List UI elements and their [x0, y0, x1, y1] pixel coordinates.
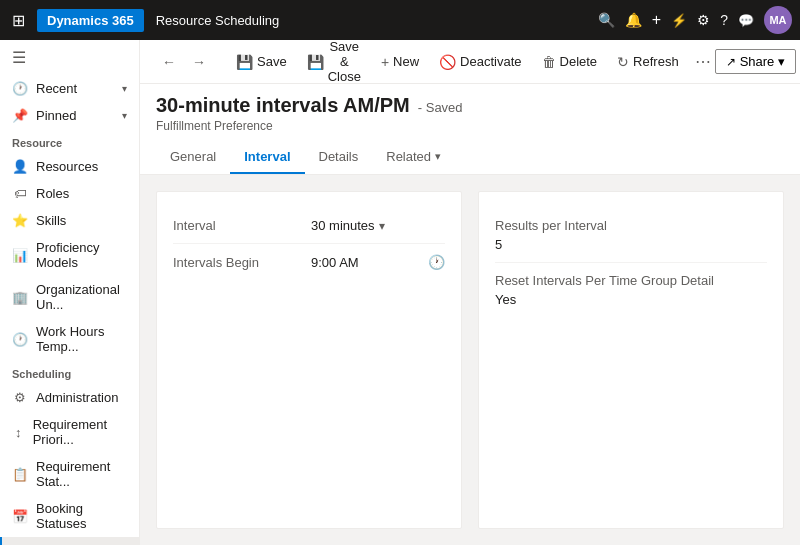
save-icon: 💾: [236, 54, 253, 70]
delete-button[interactable]: 🗑 Delete: [534, 50, 606, 74]
results-per-interval-value: 5: [495, 237, 767, 252]
req-priority-icon: ↕: [12, 425, 25, 440]
workhours-icon: 🕐: [12, 332, 28, 347]
tab-general[interactable]: General: [156, 141, 230, 174]
lightning-icon[interactable]: ⚡: [671, 13, 687, 28]
sidebar-item-fulfillment[interactable]: ✦ Fulfillment Prefere...: [0, 537, 139, 545]
app-name[interactable]: Dynamics 365: [37, 9, 144, 32]
intervals-begin-row: Intervals Begin 9:00 AM 🕐: [173, 244, 445, 280]
clock-icon: 🕐: [428, 254, 445, 270]
page-title: 30-minute intervals AM/PM: [156, 94, 410, 117]
more-icon[interactable]: ⋯: [695, 52, 711, 71]
pin-icon: 📌: [12, 108, 28, 123]
sidebar-item-recent[interactable]: 🕐 Recent ▾: [0, 75, 139, 102]
booking-icon: 📅: [12, 509, 28, 524]
share-button[interactable]: ↗ Share ▾: [715, 49, 797, 74]
sidebar-item-admin[interactable]: ⚙ Administration: [0, 384, 139, 411]
save-button[interactable]: 💾 Save: [228, 50, 295, 74]
results-per-interval-row: Results per Interval 5: [495, 208, 767, 263]
module-name: Resource Scheduling: [156, 13, 280, 28]
tab-bar: General Interval Details Related ▾: [156, 141, 784, 174]
sidebar-item-req-status[interactable]: 📋 Requirement Stat...: [0, 453, 139, 495]
avatar[interactable]: MA: [764, 6, 792, 34]
scheduling-group-label: Scheduling: [0, 360, 139, 384]
save-close-icon: 💾: [307, 54, 324, 70]
refresh-button[interactable]: ↻ Refresh: [609, 50, 687, 74]
share-dropdown-icon: ▾: [778, 54, 785, 69]
plus-icon[interactable]: +: [652, 11, 661, 29]
refresh-icon: ↻: [617, 54, 629, 70]
sidebar-item-booking[interactable]: 📅 Booking Statuses: [0, 495, 139, 537]
tab-related[interactable]: Related ▾: [372, 141, 455, 174]
sidebar-item-pinned[interactable]: 📌 Pinned ▾: [0, 102, 139, 129]
grid-icon[interactable]: ⊞: [8, 7, 29, 34]
sidebar-item-roles[interactable]: 🏷 Roles: [0, 180, 139, 207]
tab-interval[interactable]: Interval: [230, 141, 304, 174]
forward-button[interactable]: →: [186, 50, 212, 74]
sidebar-item-skills[interactable]: ⭐ Skills: [0, 207, 139, 234]
reset-intervals-value: Yes: [495, 292, 767, 307]
help-icon[interactable]: ?: [720, 12, 728, 28]
command-bar: ← → 💾 Save 💾 Save & Close + New 🚫 Deacti…: [140, 40, 800, 84]
reset-intervals-label: Reset Intervals Per Time Group Detail: [495, 273, 767, 288]
hamburger-icon[interactable]: ☰: [0, 40, 139, 75]
sidebar-item-resources[interactable]: 👤 Resources: [0, 153, 139, 180]
form-content: Interval 30 minutes ▾ Intervals Begin 9:…: [140, 175, 800, 545]
left-card: Interval 30 minutes ▾ Intervals Begin 9:…: [156, 191, 462, 529]
interval-dropdown-arrow: ▾: [379, 219, 385, 233]
top-nav: ⊞ Dynamics 365 Resource Scheduling 🔍 🔔 +…: [0, 0, 800, 40]
deactivate-icon: 🚫: [439, 54, 456, 70]
sidebar-item-req-priority[interactable]: ↕ Requirement Priori...: [0, 411, 139, 453]
chat-icon[interactable]: 💬: [738, 13, 754, 28]
page-header: 30-minute intervals AM/PM - Saved Fulfil…: [140, 84, 800, 175]
roles-icon: 🏷: [12, 186, 28, 201]
tab-details[interactable]: Details: [305, 141, 373, 174]
deactivate-button[interactable]: 🚫 Deactivate: [431, 50, 529, 74]
back-button[interactable]: ←: [156, 50, 182, 74]
intervals-begin-label: Intervals Begin: [173, 255, 303, 270]
admin-icon: ⚙: [12, 390, 28, 405]
sidebar-item-proficiency[interactable]: 📊 Proficiency Models: [0, 234, 139, 276]
proficiency-icon: 📊: [12, 248, 28, 263]
share-icon: ↗: [726, 55, 736, 69]
org-icon: 🏢: [12, 290, 28, 305]
sidebar: ☰ 🕐 Recent ▾ 📌 Pinned ▾ Resource 👤 Resou…: [0, 40, 140, 545]
recent-icon: 🕐: [12, 81, 28, 96]
main-layout: ☰ 🕐 Recent ▾ 📌 Pinned ▾ Resource 👤 Resou…: [0, 40, 800, 545]
new-button[interactable]: + New: [373, 50, 427, 74]
interval-value[interactable]: 30 minutes ▾: [311, 218, 445, 233]
notification-icon[interactable]: 🔔: [625, 12, 642, 28]
results-per-interval-label: Results per Interval: [495, 218, 767, 233]
interval-field-row: Interval 30 minutes ▾: [173, 208, 445, 244]
delete-icon: 🗑: [542, 54, 556, 70]
interval-label: Interval: [173, 218, 303, 233]
search-icon[interactable]: 🔍: [598, 12, 615, 28]
right-card: Results per Interval 5 Reset Intervals P…: [478, 191, 784, 529]
intervals-begin-value[interactable]: 9:00 AM 🕐: [311, 254, 445, 270]
page-subtitle: Fulfillment Preference: [156, 119, 784, 133]
reset-intervals-row: Reset Intervals Per Time Group Detail Ye…: [495, 263, 767, 317]
sidebar-item-workhours[interactable]: 🕐 Work Hours Temp...: [0, 318, 139, 360]
related-dropdown-icon: ▾: [435, 150, 441, 163]
resource-group-label: Resource: [0, 129, 139, 153]
settings-icon[interactable]: ⚙: [697, 12, 710, 28]
skills-icon: ⭐: [12, 213, 28, 228]
resources-icon: 👤: [12, 159, 28, 174]
req-status-icon: 📋: [12, 467, 28, 482]
content-area: ← → 💾 Save 💾 Save & Close + New 🚫 Deacti…: [140, 40, 800, 545]
saved-status: - Saved: [418, 100, 463, 115]
save-close-button[interactable]: 💾 Save & Close: [299, 40, 369, 88]
sidebar-item-org[interactable]: 🏢 Organizational Un...: [0, 276, 139, 318]
new-icon: +: [381, 54, 389, 70]
